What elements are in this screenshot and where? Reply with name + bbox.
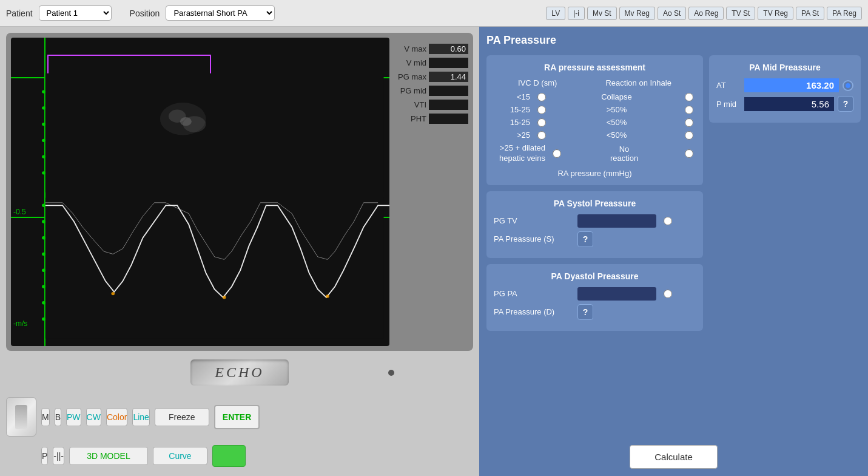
pa-s-row: PA Preassure (S) ?: [494, 231, 696, 247]
b-btn[interactable]: B: [55, 408, 61, 426]
ivc-label-3: 15-25: [494, 118, 530, 127]
nav-ibar[interactable]: |-i: [568, 7, 585, 20]
at-row: AT: [716, 78, 853, 92]
line-btn[interactable]: Line: [132, 408, 149, 426]
svg-point-10: [42, 106, 45, 109]
freeze-btn[interactable]: Freeze: [155, 408, 209, 426]
pmid-value-input[interactable]: [744, 97, 834, 111]
reaction-label-1: Collapse: [553, 92, 680, 101]
ivc-radio-4[interactable]: [537, 131, 546, 140]
pgmid-label: PG mid: [394, 86, 426, 95]
reaction-radio-3[interactable]: [685, 118, 693, 127]
pause-btn[interactable]: -||-: [53, 447, 64, 465]
svg-point-7: [223, 296, 226, 299]
svg-point-13: [42, 155, 45, 158]
vmax-row: V max: [394, 44, 468, 54]
at-radio-indicator[interactable]: [843, 80, 853, 91]
nav-ao-reg[interactable]: Ao Reg: [688, 7, 724, 20]
vmax-value[interactable]: [429, 44, 468, 54]
svg-point-11: [42, 123, 45, 126]
ivc-label-2: 15-25: [494, 105, 530, 114]
pgpa-radio[interactable]: [664, 290, 672, 298]
nav-ao-st[interactable]: Ao St: [658, 7, 686, 20]
svg-point-17: [42, 236, 45, 239]
pmid-question[interactable]: ?: [838, 96, 853, 112]
ivc-radio-3[interactable]: [537, 118, 546, 127]
svg-point-12: [42, 139, 45, 142]
p-btn[interactable]: P: [41, 447, 48, 465]
ivc-radio-1[interactable]: [537, 93, 546, 101]
pgmid-value[interactable]: [429, 86, 468, 96]
enter-btn[interactable]: ENTER: [214, 405, 260, 429]
nav-buttons: LV |-i Mv St Mv Reg Ao St Ao Reg TV St T…: [546, 7, 862, 20]
main-content: 3.5 Mhz PW-Mode -0.5 -m/s: [0, 27, 868, 476]
patient-select[interactable]: Patient 1: [39, 5, 112, 21]
ivc-radio-5[interactable]: [553, 149, 561, 158]
ra-row-4: >25 <50%: [494, 131, 696, 140]
echo-logo: ECHO: [190, 359, 288, 386]
reaction-radio-1[interactable]: [685, 93, 693, 101]
pgtv-radio[interactable]: [664, 217, 672, 225]
svg-point-22: [42, 318, 45, 321]
nav-pa-st[interactable]: PA St: [796, 7, 824, 20]
nav-mv-reg[interactable]: Mv Reg: [619, 7, 655, 20]
at-value-input[interactable]: [744, 78, 839, 92]
reaction-radio-2[interactable]: [685, 106, 693, 114]
echo-bottom-area: ECHO: [6, 356, 473, 389]
position-select[interactable]: Parasternal Short PA: [166, 5, 275, 21]
vmid-row: V mid: [394, 58, 468, 68]
ivc-radio-2[interactable]: [537, 106, 546, 114]
pa-dyastol-title: PA Dyastol Preassure: [494, 271, 696, 281]
ivc-label-5: >25 + dilatedhepatic veins: [494, 143, 545, 164]
ra-headers: IVC D (sm) Reaction on Inhale: [494, 78, 696, 87]
position-label: Position: [130, 8, 160, 18]
panel-title: PA Preassure: [486, 34, 861, 47]
pgmid-row: PG mid: [394, 86, 468, 96]
vmid-value[interactable]: [429, 58, 468, 68]
3d-model-btn[interactable]: 3D MODEL: [69, 447, 148, 465]
pgpa-label: PG PA: [494, 289, 573, 298]
nav-tv-reg[interactable]: TV Reg: [758, 7, 793, 20]
reaction-label-3: <50%: [553, 118, 680, 127]
cw-btn[interactable]: CW: [86, 408, 101, 426]
pa-s-label: PA Preassure (S): [494, 234, 573, 243]
reaction-label-4: <50%: [553, 131, 680, 140]
reaction-radio-4[interactable]: [685, 131, 693, 140]
ra-pressure-box: RA pressure assessment IVC D (sm) Reacti…: [486, 55, 703, 185]
left-panel: 3.5 Mhz PW-Mode -0.5 -m/s: [0, 27, 479, 476]
pa-dyastol-box: PA Dyastol Preassure PG PA PA Preassure …: [486, 264, 703, 331]
green-square-btn[interactable]: [212, 445, 246, 467]
nav-mv-st[interactable]: Mv St: [587, 7, 617, 20]
svg-point-16: [42, 220, 45, 223]
pa-s-question[interactable]: ?: [577, 231, 593, 247]
pgpa-bar: [577, 287, 656, 301]
color-btn[interactable]: Color: [106, 408, 127, 426]
pw-btn[interactable]: PW: [66, 408, 81, 426]
pa-d-question[interactable]: ?: [577, 304, 593, 320]
at-label: AT: [716, 81, 741, 90]
pa-d-row: PA Preassure (D) ?: [494, 304, 696, 320]
pht-value[interactable]: [429, 114, 468, 124]
pa-systol-box: PA Systol Preassure PG TV PA Preassure (…: [486, 191, 703, 258]
pgmax-value[interactable]: [429, 72, 468, 82]
pht-label: PHT: [394, 114, 426, 123]
ra-row-2: 15-25 >50%: [494, 105, 696, 114]
nav-lv[interactable]: LV: [546, 7, 565, 20]
reaction-radio-5[interactable]: [685, 149, 693, 158]
vmax-label: V max: [394, 44, 426, 53]
measurements-panel: V max V mid PG max PG mid VTI: [389, 38, 468, 346]
right-panel: PA Preassure RA pressure assessment IVC …: [479, 27, 868, 476]
nav-pa-reg[interactable]: PA Reg: [827, 7, 862, 20]
calculate-btn[interactable]: Calculate: [630, 445, 718, 469]
nav-tv-st[interactable]: TV St: [726, 7, 755, 20]
m-btn[interactable]: M: [41, 408, 50, 426]
top-bar: Patient Patient 1 Position Parasternal S…: [0, 0, 868, 27]
ra-row-3: 15-25 <50%: [494, 118, 696, 127]
svg-point-6: [111, 292, 115, 295]
pa-mid-box: PA Mid Preassure AT P mid: [709, 55, 861, 123]
ra-section-title: RA pressure assessment: [494, 63, 696, 72]
calculate-area: Calculate: [486, 439, 861, 469]
curve-btn[interactable]: Curve: [153, 447, 207, 465]
vti-value[interactable]: [429, 100, 468, 110]
reaction-label-2: >50%: [553, 105, 680, 114]
